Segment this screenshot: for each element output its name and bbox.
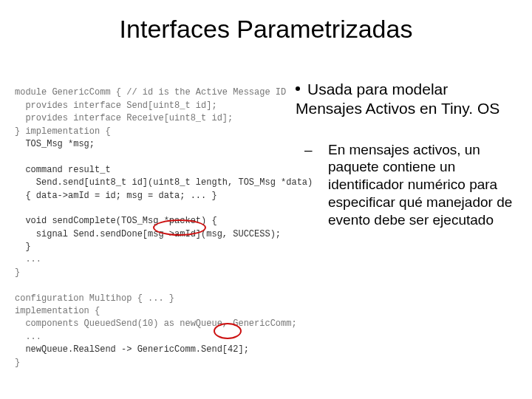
bullet-dot-icon [296, 86, 300, 91]
code-line: provides interface Receive[uint8_t id]; [15, 113, 233, 123]
dash-icon: – [316, 141, 324, 159]
code-line: command result_t [15, 165, 111, 175]
code-line: } implementation { [15, 126, 111, 137]
code-line: ... [15, 332, 41, 342]
sub-bullet-text: En mensajes activos, un paquete contiene… [328, 142, 512, 228]
slide-title: Interfaces Parametrizadas [0, 15, 532, 44]
bullet-text: Usada para modelar Mensajes Activos en T… [296, 81, 499, 117]
code-line: implementation { [15, 306, 100, 316]
code-line: components QueuedSend(10) as newQueue, G… [15, 318, 297, 329]
code-line: configuration Multihop { ... } [15, 293, 174, 304]
code-line: } [15, 242, 31, 252]
code-line: } [15, 267, 20, 278]
code-line: TOS_Msg *msg; [15, 139, 95, 149]
slide: Interfaces Parametrizadas module Generic… [0, 0, 532, 399]
code-line: provides interface Send[uint8_t id]; [15, 100, 217, 111]
bullet-area: Usada para modelar Mensajes Activos en T… [296, 80, 517, 228]
code-line: Send.send[uint8_t id](uint8_t length, TO… [15, 177, 313, 188]
code-line: module GenericComm { // id is the Active… [15, 87, 286, 98]
code-line: signal Send.sendDone[msg->amId](msg, SUC… [15, 229, 281, 239]
code-line: } [15, 358, 20, 368]
bullet-item: Usada para modelar Mensajes Activos en T… [296, 80, 517, 119]
sub-bullet-item: –En mensajes activos, un paquete contien… [296, 141, 517, 229]
code-line: ... [15, 254, 41, 265]
code-line: { data->amId = id; msg = data; ... } [15, 191, 217, 201]
code-line: newQueue.RealSend -> GenericComm.Send[42… [15, 344, 249, 355]
code-line: void sendComplete(TOS_Msg *packet) { [15, 216, 217, 226]
